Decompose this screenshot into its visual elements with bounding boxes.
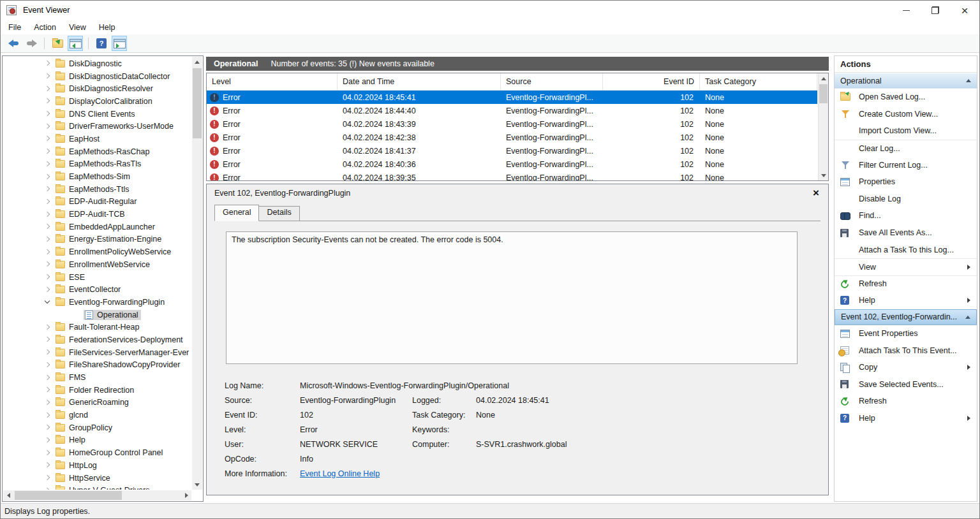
scroll-up-icon[interactable] — [819, 73, 829, 84]
minimize-button[interactable] — [891, 1, 921, 20]
console-tree-toggle-button[interactable] — [68, 36, 83, 51]
tree-item[interactable]: EmbeddedAppLauncher — [3, 221, 191, 233]
tree-item[interactable]: HomeGroup Control Panel — [3, 446, 191, 459]
scrollbar-thumb[interactable] — [819, 84, 828, 103]
expander-icon[interactable] — [44, 261, 51, 268]
tree-node[interactable]: EnrollmentPolicyWebService — [54, 247, 174, 257]
tree-item[interactable]: FileShareShadowCopyProvider — [3, 359, 191, 372]
expander-icon[interactable] — [44, 399, 51, 406]
action-item[interactable]: Open Saved Log... — [835, 89, 977, 106]
tree-item[interactable]: EapMethods-RasTls — [3, 158, 191, 171]
expander-icon[interactable] — [44, 450, 51, 457]
menu-item[interactable]: Help — [93, 21, 122, 34]
menu-item[interactable]: Action — [27, 21, 63, 34]
expander-icon[interactable] — [44, 123, 51, 130]
action-item[interactable]: Create Custom View... — [835, 106, 977, 123]
tree-item[interactable]: Operational — [3, 309, 191, 321]
action-item[interactable]: Save Selected Events... — [835, 376, 977, 393]
action-item[interactable]: Copy — [835, 359, 977, 376]
event-row[interactable]: Error 04.02.2024 18:44:40 Eventlog-Forwa… — [207, 104, 817, 117]
action-item[interactable]: Save All Events As... — [835, 224, 977, 242]
events-vertical-scrollbar[interactable] — [818, 73, 828, 180]
tree-item[interactable]: Fault-Tolerant-Heap — [3, 321, 191, 333]
event-row[interactable]: Error 04.02.2024 18:42:38 Eventlog-Forwa… — [207, 131, 817, 144]
tree-node[interactable]: FMS — [54, 372, 88, 383]
tree-node[interactable]: HttpService — [54, 473, 113, 483]
scroll-down-icon[interactable] — [819, 170, 829, 180]
scroll-down-icon[interactable] — [192, 479, 202, 490]
tree-item[interactable]: GroupPolicy — [3, 421, 191, 434]
tree-item[interactable]: Help — [3, 434, 191, 447]
tree-item[interactable]: EapMethods-Ttls — [3, 183, 191, 196]
event-row[interactable]: Error 04.02.2024 18:40:36 Eventlog-Forwa… — [207, 157, 817, 171]
tree-node[interactable]: EDP-Audit-Regular — [54, 196, 139, 207]
expander-icon[interactable] — [44, 186, 51, 193]
tree-node[interactable]: glcnd — [54, 410, 91, 420]
export-log-button[interactable] — [50, 36, 65, 51]
tree-vertical-scrollbar[interactable] — [192, 57, 202, 490]
tree-item[interactable]: GenericRoaming — [3, 397, 191, 409]
tree-node[interactable]: Folder Redirection — [54, 385, 137, 395]
event-row[interactable]: Error 04.02.2024 18:39:35 Eventlog-Forwa… — [207, 171, 817, 181]
tree-item[interactable]: EapHost — [3, 133, 191, 145]
tree-node[interactable]: DiskDiagnostic — [54, 59, 124, 69]
expander-icon[interactable] — [44, 298, 51, 305]
tree-item[interactable]: EDP-Audit-TCB — [3, 208, 191, 221]
expander-icon[interactable] — [44, 424, 51, 431]
tree-node[interactable]: DriverFrameworks-UserMode — [54, 121, 176, 131]
tree-item[interactable]: HttpService — [3, 472, 191, 485]
tree-item[interactable]: FederationServices-Deployment — [3, 333, 191, 346]
tree-node[interactable]: DNS Client Events — [54, 109, 138, 119]
expander-icon[interactable] — [44, 148, 51, 155]
action-item[interactable]: Properties — [835, 173, 977, 191]
expander-icon[interactable] — [44, 324, 51, 331]
menu-item[interactable]: File — [2, 21, 27, 34]
tree-node[interactable]: DiskDiagnosticResolver — [54, 84, 156, 94]
tree-node[interactable]: EapMethods-Ttls — [54, 184, 131, 194]
expander-icon[interactable] — [44, 198, 51, 205]
expander-icon[interactable] — [44, 286, 51, 293]
tree-item[interactable]: Hyper-V-Guest-Drivers — [3, 484, 191, 490]
tree-node[interactable]: EmbeddedAppLauncher — [54, 222, 158, 232]
tree-node[interactable]: Eventlog-ForwardingPlugin — [54, 297, 167, 307]
tree-node[interactable]: DiskDiagnosticDataCollector — [54, 71, 172, 82]
tree-node[interactable]: Operational — [84, 310, 141, 320]
action-item[interactable]: View — [835, 258, 977, 275]
tree-node[interactable]: EapMethods-Sim — [54, 172, 133, 182]
expander-icon[interactable] — [44, 412, 51, 419]
column-header-event-id[interactable]: Event ID — [603, 73, 700, 90]
tree-item[interactable]: EDP-Audit-Regular — [3, 196, 191, 208]
tree-node[interactable]: FederationServices-Deployment — [54, 335, 186, 345]
action-item[interactable]: Find... — [835, 207, 977, 224]
expander-icon[interactable] — [44, 462, 51, 469]
collapse-arrow-icon[interactable] — [966, 79, 971, 82]
expander-icon[interactable] — [44, 386, 51, 393]
action-item[interactable]: Attach a Task To this Log... — [835, 241, 977, 258]
tree-item[interactable]: HttpLog — [3, 459, 191, 472]
tree-item[interactable]: DiskDiagnosticDataCollector — [3, 70, 191, 83]
expander-icon[interactable] — [44, 110, 51, 117]
expander-icon[interactable] — [73, 311, 80, 318]
menu-item[interactable]: View — [63, 21, 93, 34]
tree-item[interactable]: FMS — [3, 371, 191, 384]
tree-node[interactable]: HttpLog — [54, 460, 100, 471]
column-header-level[interactable]: Level — [207, 73, 338, 90]
action-item[interactable]: Refresh — [835, 275, 977, 293]
event-row[interactable]: Error 04.02.2024 18:43:39 Eventlog-Forwa… — [207, 117, 817, 131]
expander-icon[interactable] — [44, 374, 51, 381]
expander-icon[interactable] — [44, 98, 51, 105]
tree-item[interactable]: DiskDiagnostic — [3, 57, 191, 70]
tree-item[interactable]: DiskDiagnosticResolver — [3, 82, 191, 95]
tree-item[interactable]: DNS Client Events — [3, 108, 191, 121]
tree-node[interactable]: EDP-Audit-TCB — [54, 209, 128, 219]
tree-item[interactable]: Folder Redirection — [3, 384, 191, 397]
event-row[interactable]: Error 04.02.2024 18:41:37 Eventlog-Forwa… — [207, 144, 817, 157]
tree-item[interactable]: EventCollector — [3, 283, 191, 296]
action-item[interactable]: Help — [835, 410, 977, 427]
expander-icon[interactable] — [44, 274, 51, 281]
forward-button[interactable] — [24, 36, 39, 51]
expander-icon[interactable] — [44, 236, 51, 243]
expander-icon[interactable] — [44, 85, 51, 92]
tree-node[interactable]: Energy-Estimation-Engine — [54, 234, 164, 244]
tree-node[interactable]: DisplayColorCalibration — [54, 96, 155, 106]
